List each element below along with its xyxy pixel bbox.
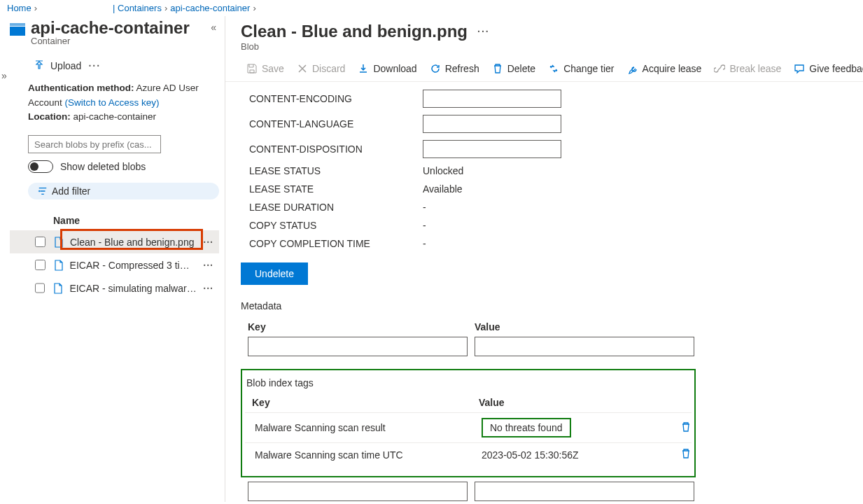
delete-tag-icon[interactable] — [680, 448, 692, 461]
download-icon — [358, 63, 369, 74]
index-tags-value-header: Value — [479, 397, 505, 408]
discard-button: Discard — [291, 60, 351, 77]
metadata-value-input[interactable] — [475, 337, 694, 356]
undelete-button[interactable]: Undelete — [241, 262, 308, 285]
metadata-key-header: Key — [248, 321, 475, 332]
property-key: COPY STATUS — [249, 220, 423, 231]
blob-detail-scroll[interactable]: CONTENT-ENCODINGCONTENT-LANGUAGECONTENT-… — [225, 82, 863, 502]
index-tag-value: No threats found — [482, 418, 675, 438]
property-row: CONTENT-ENCODING — [249, 86, 863, 111]
blob-row-more-icon[interactable]: ··· — [203, 283, 213, 294]
breadcrumb-home[interactable]: Home — [7, 3, 31, 13]
upload-button[interactable]: Upload — [34, 60, 81, 71]
property-input[interactable] — [423, 140, 561, 158]
property-input[interactable] — [423, 90, 561, 108]
blob-name: EICAR - Compressed 3 time... — [70, 260, 198, 271]
property-row: CONTENT-DISPOSITION — [249, 136, 863, 162]
right-pane: Clean - Blue and benign.png Blob ··· ✕ S… — [225, 16, 863, 502]
container-subtitle: Container — [31, 36, 190, 46]
property-row: COPY STATUS- — [249, 216, 863, 234]
download-button[interactable]: Download — [352, 60, 422, 77]
change-tier-icon — [548, 63, 559, 74]
property-row: LEASE STATUSUnlocked — [249, 162, 863, 180]
expand-chevron-icon[interactable]: » — [1, 70, 7, 81]
collapse-pane-icon[interactable]: « — [208, 19, 219, 36]
container-title: api-cache-container — [31, 19, 190, 37]
index-tag-value-input[interactable] — [475, 482, 694, 501]
blob-checkbox[interactable] — [35, 283, 45, 293]
discard-icon — [297, 63, 308, 74]
change-tier-button[interactable]: Change tier — [542, 60, 619, 77]
property-value: Available — [423, 183, 463, 195]
blob-row[interactable]: Clean - Blue and benign.png ··· — [10, 230, 219, 253]
blob-title: Clean - Blue and benign.png — [241, 22, 468, 41]
blob-name: EICAR - simulating malware.... — [69, 283, 197, 294]
blob-row[interactable]: EICAR - simulating malware.... ··· — [10, 276, 219, 300]
index-tag-key: Malware Scanning scan result — [255, 422, 482, 433]
switch-access-key-link[interactable]: (Switch to Access key) — [65, 97, 160, 108]
save-icon — [246, 63, 258, 74]
left-more-icon[interactable]: ··· — [88, 60, 101, 71]
refresh-icon — [430, 63, 441, 74]
metadata-key-input[interactable] — [248, 337, 468, 356]
property-row: LEASE STATEAvailable — [249, 180, 863, 198]
delete-button[interactable]: Delete — [486, 60, 541, 77]
index-tag-key-input[interactable] — [248, 482, 468, 501]
breadcrumb: Home› | Containers› api-cache-container› — [0, 0, 863, 16]
file-icon — [52, 283, 64, 294]
auth-info: Authentication method: Azure AD User Acc… — [28, 81, 219, 124]
property-input[interactable] — [423, 115, 561, 133]
file-icon — [53, 260, 64, 271]
blob-more-icon[interactable]: ··· — [477, 22, 490, 37]
property-value: - — [423, 202, 426, 213]
blob-row-more-icon[interactable]: ··· — [203, 237, 213, 248]
property-value: Unlocked — [423, 165, 463, 176]
property-row: CONTENT-LANGUAGE — [249, 111, 863, 136]
metadata-section-label: Metadata — [241, 300, 863, 312]
property-key: CONTENT-LANGUAGE — [249, 118, 423, 130]
property-key: CONTENT-ENCODING — [249, 93, 423, 104]
property-value: - — [423, 238, 426, 249]
add-filter-label: Add filter — [52, 186, 90, 197]
toolbar: Save Discard Download Refresh Delete Cha… — [225, 55, 863, 82]
delete-tag-icon[interactable] — [680, 421, 692, 435]
property-key: LEASE STATE — [249, 183, 423, 195]
filter-icon — [38, 186, 48, 196]
container-icon — [10, 23, 25, 36]
blob-checkbox[interactable] — [35, 260, 45, 270]
acquire-lease-button[interactable]: Acquire lease — [622, 60, 708, 77]
property-key: LEASE STATUS — [249, 165, 423, 176]
file-icon — [53, 237, 64, 248]
show-deleted-toggle[interactable] — [28, 160, 53, 173]
name-column-header[interactable]: Name — [53, 215, 219, 226]
breadcrumb-containers[interactable]: | Containers — [113, 3, 162, 13]
show-deleted-label: Show deleted blobs — [60, 161, 146, 172]
blob-row-more-icon[interactable]: ··· — [203, 260, 213, 271]
property-key: COPY COMPLETION TIME — [249, 238, 423, 249]
blob-checkbox[interactable] — [35, 237, 45, 247]
index-tags-label: Blob index tags — [245, 377, 692, 388]
add-filter-button[interactable]: Add filter — [28, 183, 219, 200]
break-lease-icon — [714, 63, 725, 74]
close-icon[interactable]: ✕ — [859, 22, 863, 40]
blob-index-tags-section: Blob index tags Key Value Malware Scanni… — [241, 369, 696, 477]
property-row: LEASE DURATION- — [249, 198, 863, 216]
save-button: Save — [241, 60, 290, 77]
break-lease-button: Break lease — [708, 60, 787, 77]
refresh-button[interactable]: Refresh — [424, 60, 485, 77]
search-blobs-input[interactable] — [28, 135, 161, 153]
feedback-button[interactable]: Give feedback — [788, 60, 863, 77]
left-pane: api-cache-container Container « Upload ·… — [0, 16, 225, 502]
delete-icon — [492, 63, 503, 74]
breadcrumb-container[interactable]: api-cache-container — [170, 3, 250, 13]
metadata-value-header: Value — [475, 321, 500, 332]
index-tag-row: Malware Scanning scan resultNo threats f… — [245, 412, 692, 442]
index-tags-header: Key Value — [245, 394, 692, 412]
property-key: LEASE DURATION — [249, 202, 423, 213]
property-key: CONTENT-DISPOSITION — [249, 144, 423, 155]
index-tag-row: Malware Scanning scan time UTC2023-05-02… — [245, 442, 692, 466]
blob-subtitle: Blob — [241, 41, 468, 52]
blob-row[interactable]: EICAR - Compressed 3 time... ··· — [10, 253, 219, 276]
index-tags-key-header: Key — [252, 397, 479, 408]
property-value: - — [423, 220, 426, 231]
